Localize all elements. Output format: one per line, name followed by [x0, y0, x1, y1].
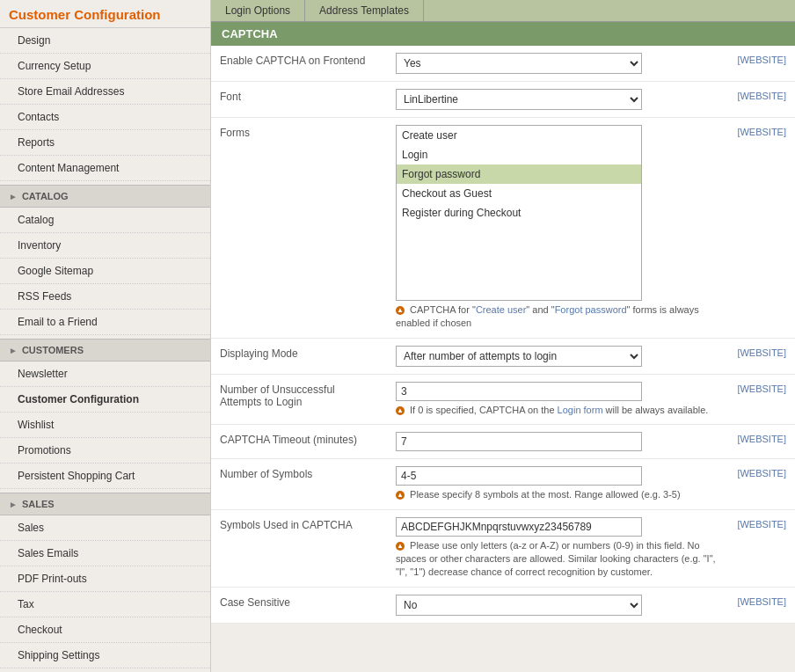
number-symbols-website-badge: [WEBSITE] — [728, 459, 795, 509]
number-symbols-hint-icon: ▲ — [396, 491, 405, 500]
case-sensitive-select[interactable]: Yes No — [396, 595, 642, 616]
displaying-mode-input-cell: Always After number of attempts to login — [387, 338, 728, 374]
forms-hint-forgot-password-link: Forgot password — [555, 304, 627, 315]
sidebar-item-tax[interactable]: Tax — [0, 592, 210, 617]
sidebar-item-store-email[interactable]: Store Email Addresses — [0, 79, 210, 105]
tab-login-options[interactable]: Login Options — [211, 0, 305, 21]
sidebar-item-sales-emails[interactable]: Sales Emails — [0, 541, 210, 566]
sidebar-item-persistent-cart[interactable]: Persistent Shopping Cart — [0, 464, 210, 489]
timeout-row: CAPTCHA Timeout (minutes) [WEBSITE] — [211, 425, 795, 459]
displaying-mode-select[interactable]: Always After number of attempts to login — [396, 346, 642, 367]
sidebar-item-newsletter[interactable]: Newsletter — [0, 362, 210, 387]
case-sensitive-label: Case Sensitive — [211, 587, 387, 623]
symbols-used-row: Symbols Used in CAPTCHA ▲ Please use onl… — [211, 509, 795, 587]
sidebar-item-google-sitemap[interactable]: Google Sitemap — [0, 259, 210, 284]
sidebar-item-reports[interactable]: Reports — [0, 130, 210, 156]
sidebar-item-design[interactable]: Design — [0, 28, 210, 54]
tab-bar: Login Options Address Templates — [211, 0, 795, 22]
timeout-input[interactable] — [396, 432, 642, 451]
number-symbols-input[interactable] — [396, 466, 642, 486]
displaying-mode-row: Displaying Mode Always After number of a… — [211, 338, 795, 374]
sidebar-title: Customer Configuration — [0, 0, 210, 28]
sidebar-item-catalog[interactable]: Catalog — [0, 208, 210, 233]
number-symbols-input-cell: ▲ Please specify 8 symbols at the most. … — [387, 459, 728, 509]
unsuccessful-attempts-label: Number of Unsuccessful Attempts to Login — [211, 374, 387, 424]
enable-captcha-select[interactable]: Yes No — [396, 53, 642, 74]
sidebar-item-rss-feeds[interactable]: RSS Feeds — [0, 284, 210, 310]
symbols-used-website-badge: [WEBSITE] — [728, 509, 795, 587]
forms-website-badge: [WEBSITE] — [728, 118, 795, 339]
unsuccessful-attempts-input-cell: ▲ If 0 is specified, CAPTCHA on the Logi… — [387, 374, 728, 424]
symbols-used-hint-icon: ▲ — [396, 542, 405, 551]
sidebar-item-content-mgmt[interactable]: Content Management — [0, 156, 210, 181]
catalog-arrow-icon: ► — [9, 192, 18, 201]
sidebar-item-wishlist[interactable]: Wishlist — [0, 413, 210, 438]
sidebar-item-sales[interactable]: Sales — [0, 515, 210, 541]
catalog-section-label: CATALOG — [22, 191, 69, 201]
unsuccessful-attempts-row: Number of Unsuccessful Attempts to Login… — [211, 374, 795, 424]
case-sensitive-website-badge: [WEBSITE] — [728, 587, 795, 623]
symbols-used-label: Symbols Used in CAPTCHA — [211, 509, 387, 587]
enable-captcha-website-badge: [WEBSITE] — [728, 46, 795, 82]
forms-hint-icon: ▲ — [396, 306, 405, 315]
forms-hint: ▲ CAPTCHA for "Create user" and "Forgot … — [396, 303, 719, 331]
captcha-form: Enable CAPTCHA on Frontend Yes No [WEBSI… — [211, 46, 795, 624]
enable-captcha-row: Enable CAPTCHA on Frontend Yes No [WEBSI… — [211, 46, 795, 82]
unsuccessful-attempts-input[interactable] — [396, 382, 642, 401]
sidebar-item-contacts[interactable]: Contacts — [0, 105, 210, 130]
sidebar-top-section: Design Currency Setup Store Email Addres… — [0, 28, 210, 181]
number-symbols-label: Number of Symbols — [211, 459, 387, 509]
timeout-input-cell — [387, 425, 728, 459]
sidebar-section-customers: ► CUSTOMERS — [0, 339, 210, 362]
sidebar-item-email-friend[interactable]: Email to a Friend — [0, 310, 210, 335]
forms-list-item-checkout-guest[interactable]: Checkout as Guest — [397, 184, 641, 203]
customers-arrow-icon: ► — [9, 346, 18, 355]
tab-address-templates[interactable]: Address Templates — [305, 0, 424, 21]
timeout-website-badge: [WEBSITE] — [728, 425, 795, 459]
forms-list-item-register-checkout[interactable]: Register during Checkout — [397, 203, 641, 223]
sidebar-item-checkout[interactable]: Checkout — [0, 617, 210, 643]
sales-section-label: SALES — [22, 499, 55, 509]
login-link: Login form — [558, 405, 603, 415]
font-website-badge: [WEBSITE] — [728, 82, 795, 118]
displaying-mode-label: Displaying Mode — [211, 338, 387, 374]
symbols-used-hint: ▲ Please use only letters (a-z or A-Z) o… — [396, 539, 719, 580]
case-sensitive-row: Case Sensitive Yes No [WEBSITE] — [211, 587, 795, 623]
customers-section-label: CUSTOMERS — [22, 345, 84, 355]
unsuccessful-attempts-hint: ▲ If 0 is specified, CAPTCHA on the Logi… — [396, 404, 719, 417]
sidebar-item-currency-setup[interactable]: Currency Setup — [0, 54, 210, 79]
number-symbols-hint: ▲ Please specify 8 symbols at the most. … — [396, 488, 719, 501]
case-sensitive-input-cell: Yes No — [387, 587, 728, 623]
font-label: Font — [211, 82, 387, 118]
timeout-label: CAPTCHA Timeout (minutes) — [211, 425, 387, 459]
sidebar-item-inventory[interactable]: Inventory — [0, 233, 210, 259]
symbols-used-input-cell: ▲ Please use only letters (a-z or A-Z) o… — [387, 509, 728, 587]
forms-label: Forms — [211, 118, 387, 339]
sidebar-item-pdf-printouts[interactable]: PDF Print-outs — [0, 566, 210, 592]
enable-captcha-input-cell: Yes No — [387, 46, 728, 82]
sidebar-item-shipping-methods[interactable]: Shipping Methods — [0, 668, 210, 672]
symbols-used-input[interactable] — [396, 517, 642, 537]
forms-list-item-create-user[interactable]: Create user — [397, 126, 641, 145]
number-symbols-row: Number of Symbols ▲ Please specify 8 sym… — [211, 459, 795, 509]
forms-input-cell: Create user Login Forgot password Checko… — [387, 118, 728, 339]
forms-hint-create-user-link: Create user — [476, 304, 526, 315]
main-content: Login Options Address Templates CAPTCHA … — [211, 0, 795, 672]
sidebar-item-shipping-settings[interactable]: Shipping Settings — [0, 643, 210, 668]
font-select[interactable]: LinLibertine — [396, 89, 642, 110]
sidebar: Customer Configuration Design Currency S… — [0, 0, 211, 672]
sidebar-section-sales: ► SALES — [0, 493, 210, 515]
unsuccessful-hint-icon: ▲ — [396, 406, 405, 415]
forms-list-item-login[interactable]: Login — [397, 145, 641, 164]
sidebar-item-promotions[interactable]: Promotions — [0, 438, 210, 464]
displaying-mode-website-badge: [WEBSITE] — [728, 338, 795, 374]
sidebar-item-customer-config[interactable]: Customer Configuration — [0, 387, 210, 413]
enable-captcha-label: Enable CAPTCHA on Frontend — [211, 46, 387, 82]
font-input-cell: LinLibertine — [387, 82, 728, 118]
forms-list-item-forgot-password[interactable]: Forgot password — [397, 164, 641, 184]
forms-listbox[interactable]: Create user Login Forgot password Checko… — [396, 125, 642, 301]
forms-row: Forms Create user Login Forgot password … — [211, 118, 795, 339]
unsuccessful-attempts-website-badge: [WEBSITE] — [728, 374, 795, 424]
font-row: Font LinLibertine [WEBSITE] — [211, 82, 795, 118]
sales-arrow-icon: ► — [9, 500, 18, 509]
